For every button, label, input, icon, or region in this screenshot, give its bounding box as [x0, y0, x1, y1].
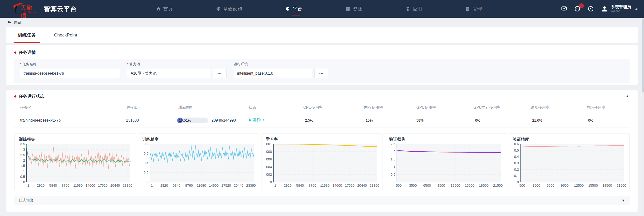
nav-item-management[interactable]: 管理: [465, 4, 482, 14]
user-name: macro: [611, 9, 631, 14]
svg-text:6500: 6500: [547, 184, 554, 187]
svg-text:0: 0: [394, 180, 396, 184]
progress-label: 16.51%: [179, 118, 191, 123]
svg-text:6500: 6500: [423, 184, 431, 187]
compute-pool-more-button[interactable]: •••: [213, 69, 226, 78]
svg-text:0: 0: [23, 180, 25, 184]
svg-text:0: 0: [270, 180, 272, 184]
tab-bar: 训练任务 CheckPoint: [6, 27, 638, 43]
svg-text:23360: 23360: [370, 184, 379, 187]
logo-subtext: TOPSEC: [22, 10, 36, 14]
nav-active-indicator: [292, 15, 300, 16]
nav-item-platform[interactable]: 平台: [285, 4, 302, 14]
nav-item-infrastructure[interactable]: 基础设施: [216, 4, 243, 14]
runtime-env-more-button[interactable]: •••: [314, 69, 328, 78]
task-status-title: 任务运行状态: [19, 93, 44, 99]
svg-text:17520: 17520: [222, 184, 231, 187]
col-header: 进程ID: [126, 105, 177, 110]
col-header: GPU显存使用率: [474, 105, 530, 110]
svg-text:5840: 5840: [173, 184, 180, 187]
col-header: GPU使用率: [416, 105, 474, 110]
nav-label: 资源: [352, 6, 362, 12]
svg-text:2920: 2920: [284, 184, 292, 187]
svg-text:15500: 15500: [588, 184, 598, 187]
notification-button[interactable]: 0: [574, 6, 580, 12]
app-root: 天融信 TOPSEC 智算云平台 首页 基础设施 平台 资源: [0, 0, 644, 216]
svg-text:3500: 3500: [532, 184, 540, 187]
scrollbar-thumb[interactable]: [642, 19, 644, 92]
svg-text:0: 0: [517, 180, 519, 184]
svg-text:5840: 5840: [49, 184, 57, 187]
platform-pie-icon: [286, 7, 290, 11]
tab-training-task[interactable]: 训练任务: [15, 27, 39, 43]
chart-title: 验证损失: [389, 137, 503, 142]
task-status-header: 任务运行状态: [14, 93, 630, 99]
required-mark: *: [20, 62, 22, 66]
back-arrow-icon: [7, 20, 12, 25]
svg-text:8760: 8760: [62, 184, 69, 187]
chevron-left-icon: ◀: [635, 7, 637, 11]
nav-right-cluster: 0 系统管理员 macro ◀: [561, 0, 637, 18]
svg-text:18500: 18500: [479, 184, 488, 187]
nav-label: 基础设施: [223, 6, 242, 12]
svg-text:11680: 11680: [73, 184, 82, 187]
svg-text:3500: 3500: [409, 184, 416, 187]
progress-count: 23940/144990: [212, 118, 236, 123]
chart-train-accuracy: 训练精度 0.80.60.40.201292058408760116801460…: [138, 134, 259, 190]
svg-text:14600: 14600: [209, 184, 218, 187]
progress-bar: 16.51%: [177, 118, 208, 123]
svg-text:0.1: 0.1: [514, 174, 519, 178]
svg-text:500: 500: [519, 184, 525, 187]
field-label: *算力池: [127, 62, 226, 66]
runtime-env-input[interactable]: [234, 69, 312, 78]
val-loss-plot: 2.521.510.505003500650095001250015500185…: [388, 143, 503, 188]
field-label: *任务名称: [20, 62, 120, 66]
page-scrollbar[interactable]: [642, 18, 644, 216]
log-output-section[interactable]: 日志输出 ▼: [14, 196, 630, 205]
monitor-button[interactable]: [561, 6, 567, 12]
status-badge: 运行中: [253, 118, 264, 123]
back-button[interactable]: 返回: [0, 18, 644, 27]
nav-item-apps[interactable]: 应用: [405, 4, 422, 14]
svg-text:11680: 11680: [197, 184, 206, 187]
svg-text:1: 1: [151, 184, 153, 187]
collapse-section-button[interactable]: ▲: [626, 94, 629, 98]
chart-title: 训练损失: [19, 137, 133, 142]
svg-text:0.2: 0.2: [514, 168, 519, 171]
topsec-logo: 天融信 TOPSEC: [12, 3, 36, 15]
svg-text:3.5: 3.5: [20, 143, 25, 146]
cell-task-name: training-deepseek-r1-7b: [20, 118, 126, 123]
svg-text:2920: 2920: [160, 184, 168, 187]
svg-text:5840: 5840: [296, 184, 304, 187]
svg-text:1.5: 1.5: [391, 157, 396, 161]
table-row: training-deepseek-r1-7b 231580 16.51% 23…: [14, 113, 630, 128]
nav-item-home[interactable]: 首页: [156, 4, 173, 14]
svg-text:3: 3: [23, 148, 25, 151]
svg-text:0.6: 0.6: [144, 152, 148, 155]
tab-checkpoint[interactable]: CheckPoint: [51, 27, 80, 43]
task-name-input[interactable]: [20, 69, 120, 78]
management-icon: [465, 7, 470, 11]
svg-text:9500: 9500: [561, 184, 568, 187]
compute-pool-input[interactable]: [127, 69, 210, 78]
col-header: 任务名: [20, 105, 126, 110]
home-icon: [156, 7, 161, 11]
svg-text:23360: 23360: [246, 184, 256, 187]
svg-text:001: 001: [266, 143, 272, 146]
apps-layers-icon: [406, 7, 410, 11]
nav-item-resources[interactable]: 资源: [345, 4, 362, 14]
resources-grid-icon: [346, 7, 350, 11]
quick-entry-button[interactable]: [588, 6, 594, 12]
svg-text:2.5: 2.5: [20, 153, 25, 157]
svg-text:004: 004: [266, 165, 272, 169]
status-dot-icon: [248, 119, 251, 121]
user-menu[interactable]: 系统管理员 macro ◀: [601, 4, 637, 14]
svg-text:14600: 14600: [86, 184, 95, 187]
nav-menu: 首页 基础设施 平台 资源 应用 管理: [156, 4, 482, 14]
user-role: 系统管理员: [611, 4, 631, 9]
infrastructure-icon: [216, 7, 221, 11]
svg-text:21500: 21500: [493, 184, 503, 187]
required-mark: *: [127, 62, 128, 66]
svg-text:0.4: 0.4: [144, 161, 148, 165]
svg-text:0.2: 0.2: [144, 171, 148, 174]
